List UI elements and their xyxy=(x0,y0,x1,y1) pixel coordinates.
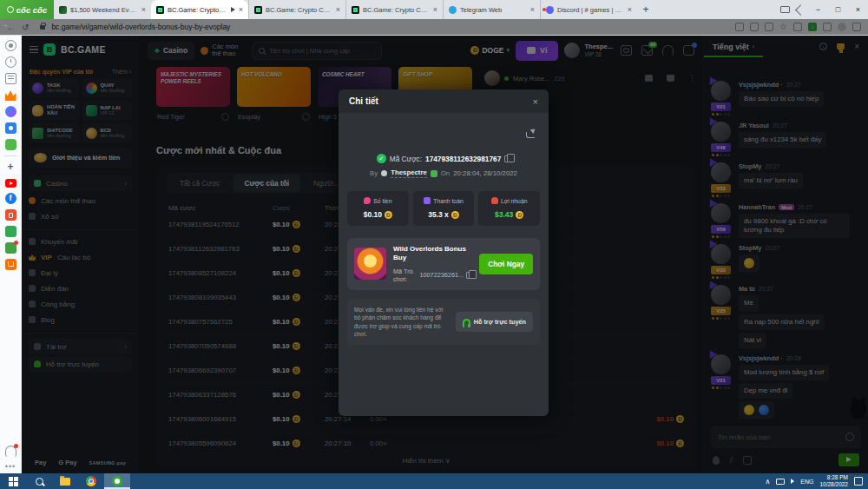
keyboard-language[interactable]: ENG xyxy=(800,479,813,485)
notifications-bell-icon[interactable] xyxy=(5,446,16,457)
bet-id-row: Mã Cược: 1747938112632981767 xyxy=(339,154,549,163)
browser-sidebar: + f ••• xyxy=(0,36,22,473)
start-button[interactable] xyxy=(0,473,26,489)
online-support-button[interactable]: Hỗ trợ trực tuyến xyxy=(456,312,533,332)
game-title: Wild Overlords Bonus Buy xyxy=(393,245,472,263)
screen: cốc cốc $1,500 Weekend Evoplay Mi... × B… xyxy=(0,0,868,489)
by-label: By xyxy=(370,169,378,177)
tab-close-icon[interactable]: × xyxy=(433,5,437,14)
speaker-icon[interactable] xyxy=(791,479,794,484)
tab-favicon xyxy=(546,6,554,14)
clock[interactable]: 8:28 PM 10/28/2022 xyxy=(819,474,848,489)
shopee-icon[interactable] xyxy=(5,209,16,221)
browser-tab[interactable]: BC.Game: Crypto Casino Gan... × xyxy=(345,0,443,19)
copy-icon[interactable] xyxy=(466,272,472,279)
coccoc-browser-logo[interactable]: cốc cốc xyxy=(0,0,54,19)
browser-tab[interactable]: Discord | # games | BC G... × xyxy=(540,0,637,19)
coin-icon xyxy=(451,211,459,219)
forward-button[interactable]: → xyxy=(0,19,868,35)
game-id-label: Mã Trò chơi: xyxy=(393,268,417,283)
coccoc-taskbar-button[interactable] xyxy=(104,473,130,489)
tab-title: $1,500 Weekend Evoplay Mi... xyxy=(70,6,138,14)
share-icon[interactable] xyxy=(526,132,535,138)
stat-label: Lợi nhuận xyxy=(501,198,528,204)
chrome-taskbar-button[interactable] xyxy=(78,473,104,489)
on-label: On xyxy=(441,169,450,177)
tab-close-icon[interactable]: × xyxy=(628,5,632,14)
copy-icon[interactable] xyxy=(504,155,510,162)
tab-close-icon[interactable]: × xyxy=(141,5,146,14)
new-tab-button[interactable]: + xyxy=(637,0,654,19)
tab-favicon xyxy=(352,6,359,14)
stat-value: $0.10 xyxy=(347,210,409,219)
browser-tab[interactable]: $1,500 Weekend Evoplay Mi... × xyxy=(54,0,151,19)
tab-close-icon[interactable]: × xyxy=(336,5,340,14)
restore-session-icon[interactable] xyxy=(795,4,806,16)
settings-icon[interactable] xyxy=(5,40,16,51)
more-icon[interactable]: ••• xyxy=(5,462,16,473)
tab-title: Discord | # games | BC G... xyxy=(557,6,624,14)
messenger-icon[interactable] xyxy=(5,106,16,117)
add-shortcut-icon[interactable]: + xyxy=(5,162,16,173)
modal-title: Chi tiết xyxy=(349,96,378,106)
youtube-icon[interactable] xyxy=(5,179,16,188)
taskbar-search-button[interactable] xyxy=(26,473,52,489)
crown-rewards-icon[interactable] xyxy=(5,89,16,101)
search-icon xyxy=(36,478,43,486)
tab-close-icon[interactable]: × xyxy=(530,5,535,14)
tabstrip-controls: − □ × xyxy=(780,0,868,19)
chat-app-icon[interactable] xyxy=(5,122,16,134)
tab-title: BC.Game: Crypto Casino xyxy=(168,6,227,14)
browser-tab-strip: cốc cốc $1,500 Weekend Evoplay Mi... × B… xyxy=(0,0,868,19)
support-note-row: Mọi vấn đề, xin vui lòng liên hệ với bộ … xyxy=(347,299,540,346)
display-icon[interactable] xyxy=(776,479,785,485)
shopping-cart-icon[interactable] xyxy=(5,259,16,270)
games-icon[interactable] xyxy=(5,139,16,150)
bet-details-modal: Chi tiết × Mã Cược: 1747938112632981767 … xyxy=(339,89,549,416)
tab-title: BC.Game: Crypto Casino Gan... xyxy=(266,6,332,14)
sheets-app-icon[interactable] xyxy=(5,226,16,237)
stat-box: Số tiền $0.10 xyxy=(347,191,409,226)
window-maximize-button[interactable]: □ xyxy=(832,0,845,19)
coccoc-icon xyxy=(112,476,122,486)
tab-favicon xyxy=(59,6,67,14)
frog-emoji-icon xyxy=(431,170,437,177)
coin-icon xyxy=(516,211,523,219)
tab-close-icon[interactable]: × xyxy=(239,5,243,14)
reading-list-icon[interactable] xyxy=(5,73,16,84)
tab-favicon xyxy=(449,6,457,14)
cast-icon[interactable] xyxy=(780,6,790,13)
stat-icon xyxy=(364,197,371,204)
game-thumbnail[interactable] xyxy=(354,248,386,280)
window-close-button[interactable]: × xyxy=(852,0,865,19)
bet-author-name[interactable]: Thespectre xyxy=(391,169,427,178)
file-explorer-button[interactable] xyxy=(52,473,78,489)
facebook-icon[interactable]: f xyxy=(5,193,16,204)
tab-favicon xyxy=(156,6,164,14)
modal-header: Chi tiết × xyxy=(339,89,549,113)
coin-icon xyxy=(385,211,392,219)
chrome-icon xyxy=(86,476,96,486)
tab-title: Telegram Web xyxy=(460,6,527,14)
tray-chevron-icon[interactable]: ∧ xyxy=(765,478,770,486)
windows-taskbar: ∧ ENG 8:28 PM 10/28/2022 xyxy=(0,473,868,489)
action-center-icon[interactable] xyxy=(854,477,863,486)
stat-icon xyxy=(491,197,498,204)
stat-box: Thanh toán 35.3 x xyxy=(413,191,475,226)
bcgame-site: B BC.GAME Đặc quyền VIP của tôi Thêm › T… xyxy=(22,36,868,473)
modal-close-icon[interactable]: × xyxy=(533,96,538,107)
stat-value: 35.3 x xyxy=(413,210,475,219)
window-minimize-button[interactable]: − xyxy=(812,0,825,19)
bet-author-row: By Thespectre On 20:28:04, 28/10/2022 xyxy=(339,169,549,178)
browser-tab[interactable]: BC.Game: Crypto Casino × xyxy=(151,0,248,19)
browser-tab[interactable]: BC.Game: Crypto Casino Gan... × xyxy=(248,0,345,19)
play-now-button[interactable]: Chơi Ngay xyxy=(479,254,533,274)
bet-datetime: 20:28:04, 28/10/2022 xyxy=(453,169,517,177)
tab-audio-icon[interactable] xyxy=(231,7,235,12)
tab-title: BC.Game: Crypto Casino Gan... xyxy=(363,6,430,14)
stat-label: Thanh toán xyxy=(433,198,463,204)
browser-tab[interactable]: Telegram Web × xyxy=(443,0,540,19)
history-icon[interactable] xyxy=(5,56,16,68)
browser-address-bar: ← → ↺ bc.game/vi/game/wild-overlords-bon… xyxy=(0,19,868,36)
mail-app-icon[interactable] xyxy=(5,242,16,254)
